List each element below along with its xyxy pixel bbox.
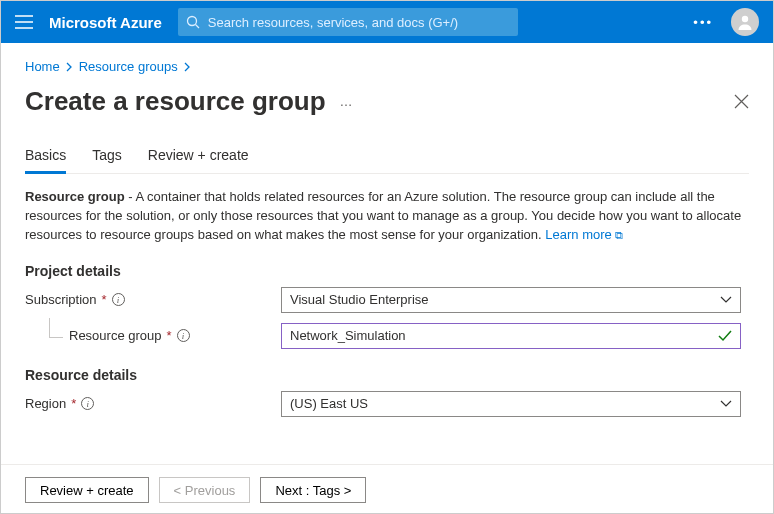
hamburger-icon[interactable] <box>15 15 33 29</box>
search-box[interactable] <box>178 8 518 36</box>
label-region: Region * i <box>25 396 281 411</box>
region-value: (US) East US <box>290 396 368 411</box>
row-subscription: Subscription * i Visual Studio Enterpris… <box>25 287 749 313</box>
label-resource-group: Resource group * i <box>25 328 281 343</box>
external-link-icon: ⧉ <box>615 229 623 241</box>
next-button[interactable]: Next : Tags > <box>260 477 366 503</box>
check-icon <box>718 330 732 342</box>
search-icon <box>186 15 200 29</box>
required-indicator: * <box>167 328 172 343</box>
title-more-icon[interactable]: … <box>340 94 355 109</box>
learn-more-link[interactable]: Learn more ⧉ <box>545 227 623 242</box>
close-icon[interactable] <box>734 94 749 109</box>
description: Resource group - A container that holds … <box>25 188 749 245</box>
breadcrumb-resource-groups[interactable]: Resource groups <box>79 59 178 74</box>
svg-point-0 <box>187 17 196 26</box>
chevron-down-icon <box>720 400 732 408</box>
desc-lead: Resource group <box>25 189 125 204</box>
previous-button: < Previous <box>159 477 251 503</box>
info-icon[interactable]: i <box>177 329 190 342</box>
tabs: Basics Tags Review + create <box>25 141 749 174</box>
review-create-button[interactable]: Review + create <box>25 477 149 503</box>
tab-review[interactable]: Review + create <box>148 141 249 173</box>
subscription-select[interactable]: Visual Studio Enterprise <box>281 287 741 313</box>
section-resource-details: Resource details <box>25 367 749 383</box>
desc-body: - A container that holds related resourc… <box>25 189 741 242</box>
footer: Review + create < Previous Next : Tags > <box>1 464 773 514</box>
avatar[interactable] <box>731 8 759 36</box>
svg-line-1 <box>195 25 199 29</box>
search-input[interactable] <box>208 15 510 30</box>
chevron-right-icon <box>184 62 191 72</box>
row-region: Region * i (US) East US <box>25 391 749 417</box>
subscription-value: Visual Studio Enterprise <box>290 292 429 307</box>
more-icon[interactable]: ••• <box>693 15 713 30</box>
info-icon[interactable]: i <box>81 397 94 410</box>
section-project-details: Project details <box>25 263 749 279</box>
chevron-right-icon <box>66 62 73 72</box>
page-title: Create a resource group <box>25 86 326 117</box>
breadcrumb-home[interactable]: Home <box>25 59 60 74</box>
required-indicator: * <box>102 292 107 307</box>
chevron-down-icon <box>720 296 732 304</box>
brand-label: Microsoft Azure <box>49 14 162 31</box>
region-select[interactable]: (US) East US <box>281 391 741 417</box>
resource-group-input[interactable]: Network_Simulation <box>281 323 741 349</box>
row-resource-group: Resource group * i Network_Simulation <box>25 323 749 349</box>
label-subscription: Subscription * i <box>25 292 281 307</box>
tab-tags[interactable]: Tags <box>92 141 122 173</box>
content: Home Resource groups Create a resource g… <box>1 43 773 417</box>
required-indicator: * <box>71 396 76 411</box>
tree-line-icon <box>49 318 63 338</box>
breadcrumb: Home Resource groups <box>25 55 749 82</box>
title-row: Create a resource group … <box>25 82 749 141</box>
topbar-right: ••• <box>693 8 759 36</box>
info-icon[interactable]: i <box>112 293 125 306</box>
top-bar: Microsoft Azure ••• <box>1 1 773 43</box>
tab-basics[interactable]: Basics <box>25 141 66 174</box>
svg-point-2 <box>742 16 748 22</box>
resource-group-value: Network_Simulation <box>290 328 406 343</box>
